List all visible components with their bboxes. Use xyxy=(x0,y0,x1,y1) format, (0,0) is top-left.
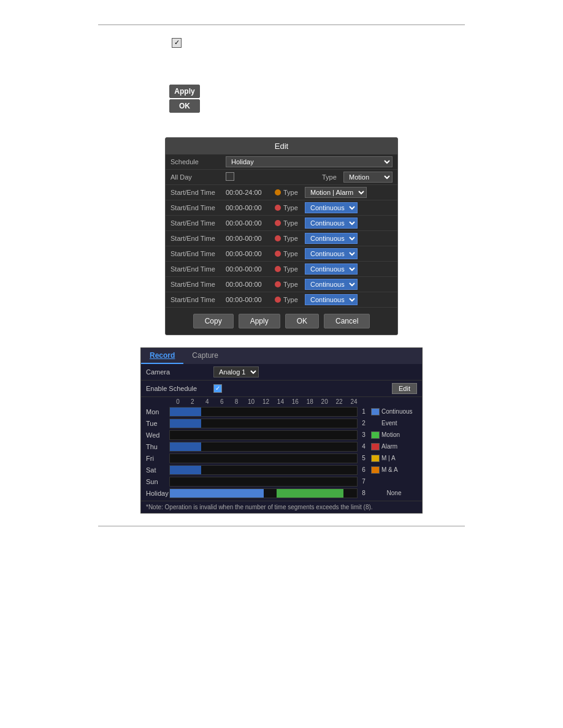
legend-label-1: Event xyxy=(381,420,397,427)
camera-select[interactable]: Analog 1 xyxy=(213,366,259,377)
type-select-3[interactable]: Continuous xyxy=(305,233,358,244)
time-row-4: Start/End Time 00:00-00:00 Type Continuo… xyxy=(166,246,397,262)
legend-item-5: M & A xyxy=(371,464,417,476)
time-tick-0: 0 xyxy=(170,398,185,405)
day-label-4: Fri xyxy=(146,455,169,462)
type-select-0[interactable]: Motion | Alarm xyxy=(305,187,367,198)
top-rule xyxy=(98,25,465,25)
day-number-7: 8 xyxy=(359,490,369,496)
day-row-5: Sat6 xyxy=(146,464,369,476)
ok-button-dialog[interactable]: OK xyxy=(285,314,319,328)
day-bar-2[interactable] xyxy=(169,430,358,440)
day-row-2: Wed3 xyxy=(146,430,369,441)
type-select-allday[interactable]: Motion xyxy=(343,172,393,183)
copy-button[interactable]: Copy xyxy=(193,314,234,328)
type-select-4[interactable]: Continuous xyxy=(305,248,358,259)
edit-dialog: Edit Schedule Holiday All Day Type Motio… xyxy=(165,137,398,335)
legend-label-3: Alarm xyxy=(381,443,397,450)
legend-item-4: M | A xyxy=(371,453,417,464)
schedule-row: Schedule Holiday xyxy=(166,154,397,170)
time-row-1: Start/End Time 00:00-00:00 Type Continuo… xyxy=(166,200,397,216)
day-number-3: 4 xyxy=(359,443,369,450)
day-label-2: Wed xyxy=(146,431,169,439)
apply-ok-section: Apply OK xyxy=(169,85,563,113)
cancel-button-dialog[interactable]: Cancel xyxy=(324,314,370,328)
type-select-2[interactable]: Continuous xyxy=(305,218,358,229)
dialog-title: Edit xyxy=(166,138,397,154)
time-value-1: 00:00-00:00 xyxy=(226,204,275,211)
time-tick-2: 4 xyxy=(200,398,215,405)
legend-container: ContinuousEventMotionAlarmM | AM & ANone xyxy=(371,406,417,499)
day-label-3: Thu xyxy=(146,443,169,450)
edit-button[interactable]: Edit xyxy=(392,383,417,394)
allday-checkbox[interactable] xyxy=(226,172,322,182)
day-bar-1[interactable] xyxy=(169,419,358,428)
day-bar-0[interactable] xyxy=(169,407,358,417)
day-number-0: 1 xyxy=(359,408,369,415)
day-bar-7[interactable] xyxy=(169,488,358,498)
day-row-1: Tue2 xyxy=(146,418,369,429)
apply-button-top[interactable]: Apply xyxy=(169,85,200,98)
day-bar-4[interactable] xyxy=(169,453,358,463)
time-label-1: Start/End Time xyxy=(170,204,226,211)
type-txt-6: Type xyxy=(283,281,305,288)
note-row: *Note: Operation is invalid when the num… xyxy=(141,501,422,513)
legend-label-4: M | A xyxy=(381,455,396,461)
day-bar-3[interactable] xyxy=(169,442,358,452)
apply-button-dialog[interactable]: Apply xyxy=(239,314,280,328)
time-row-7: Start/End Time 00:00-00:00 Type Continuo… xyxy=(166,292,397,308)
time-value-4: 00:00-00:00 xyxy=(226,250,275,257)
camera-label: Camera xyxy=(146,368,213,376)
enable-schedule-row: Enable Schedule ✓ Edit xyxy=(141,381,422,397)
type-txt-5: Type xyxy=(283,265,305,273)
type-txt-3: Type xyxy=(283,235,305,242)
time-row-2: Start/End Time 00:00-00:00 Type Continuo… xyxy=(166,216,397,231)
time-value-6: 00:00-00:00 xyxy=(226,281,275,288)
days-legend-container: Mon1Tue2Wed3Thu4Fri5Sat6Sun7Holiday8 Con… xyxy=(146,406,417,499)
day-label-5: Sat xyxy=(146,466,169,474)
legend-label-5: M & A xyxy=(381,466,398,473)
legend-item-1: Event xyxy=(371,418,417,429)
time-value-0: 00:00-24:00 xyxy=(226,189,275,196)
tab-record[interactable]: Record xyxy=(141,348,183,364)
page-container: ✓ Apply OK Edit Schedule Holiday All Day… xyxy=(0,25,563,526)
checkbox[interactable]: ✓ xyxy=(172,38,182,48)
ok-button-top[interactable]: OK xyxy=(169,99,200,113)
time-value-2: 00:00-00:00 xyxy=(226,219,275,227)
bottom-rule xyxy=(98,526,465,526)
allday-row: All Day Type Motion xyxy=(166,170,397,185)
time-label-0: Start/End Time xyxy=(170,189,226,196)
type-select-5[interactable]: Continuous xyxy=(305,264,358,275)
time-label-3: Start/End Time xyxy=(170,235,226,242)
time-tick-10: 20 xyxy=(317,398,332,405)
schedule-tabs: Record Capture xyxy=(141,348,422,364)
legend-label-2: Motion xyxy=(381,431,400,438)
type-txt-4: Type xyxy=(283,250,305,257)
day-row-6: Sun7 xyxy=(146,476,369,487)
type-txt-7: Type xyxy=(283,296,305,303)
time-tick-6: 12 xyxy=(259,398,274,405)
day-bar-5[interactable] xyxy=(169,465,358,475)
time-value-3: 00:00-00:00 xyxy=(226,235,275,242)
day-number-4: 5 xyxy=(359,455,369,461)
time-tick-4: 8 xyxy=(229,398,244,405)
schedule-select[interactable]: Holiday xyxy=(226,156,393,167)
day-row-7: Holiday8 xyxy=(146,488,369,499)
time-tick-12: 24 xyxy=(347,398,361,405)
schedule-wrapper: Record Capture Camera Analog 1 Enable Sc… xyxy=(140,347,423,514)
day-bar-6[interactable] xyxy=(169,477,358,487)
day-label-6: Sun xyxy=(146,478,169,485)
type-select-1[interactable]: Continuous xyxy=(305,202,358,213)
type-select-7[interactable]: Continuous xyxy=(305,294,358,305)
type-select-6[interactable]: Continuous xyxy=(305,279,358,290)
days-container: Mon1Tue2Wed3Thu4Fri5Sat6Sun7Holiday8 xyxy=(146,406,369,499)
legend-label-0: Continuous xyxy=(381,408,413,415)
edit-dialog-wrapper: Edit Schedule Holiday All Day Type Motio… xyxy=(165,137,398,335)
enable-schedule-checkbox[interactable]: ✓ xyxy=(213,384,222,393)
time-label-7: Start/End Time xyxy=(170,296,226,303)
tab-capture[interactable]: Capture xyxy=(183,348,227,364)
type-txt-1: Type xyxy=(283,204,305,211)
legend-item-6 xyxy=(371,476,417,487)
camera-row: Camera Analog 1 xyxy=(141,364,422,381)
time-tick-8: 16 xyxy=(288,398,302,405)
